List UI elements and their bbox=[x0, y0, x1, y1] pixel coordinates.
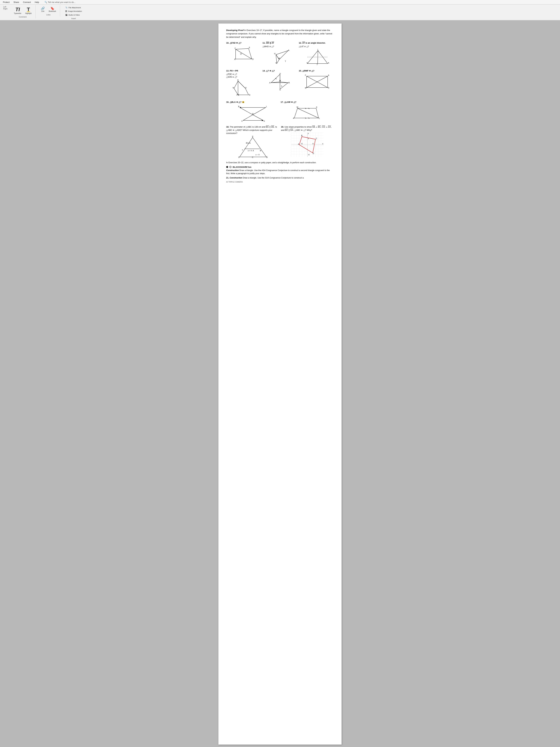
menu-help[interactable]: Help bbox=[33, 0, 41, 4]
logo2-row: AI TRIPLE CAMERA bbox=[226, 181, 334, 183]
toolbar: Left Right TI Typewriter T Highlight Com… bbox=[0, 4, 560, 20]
search-placeholder: Tell me what you want to do... bbox=[48, 1, 76, 3]
ex19-C: C bbox=[316, 137, 317, 139]
ex18-E: E bbox=[252, 136, 253, 137]
exercise-17: 17. △LAW ≅ △? W K A L bbox=[281, 101, 334, 122]
audio-video-button[interactable]: 🎬 Audio & Video bbox=[64, 13, 83, 17]
svg-line-22 bbox=[253, 107, 266, 115]
intro-paragraph: Developing Proof In Exercises 10–17, if … bbox=[226, 29, 334, 39]
ex16-figure: B L A C K bbox=[226, 104, 279, 122]
ex17-A: A bbox=[293, 117, 294, 119]
ex20-paragraph: BLACKSHARK³ion Construction Draw a trian… bbox=[226, 165, 334, 175]
file-attachment-button[interactable]: 📎 File Attachment bbox=[64, 6, 83, 9]
ex18-D: D bbox=[238, 156, 240, 158]
search-tell: 🔍 Tell me what you want to do... bbox=[45, 1, 76, 3]
exercise-14: 14. △? ≅ △? D A M R C bbox=[263, 69, 297, 97]
ex10-D: D bbox=[252, 58, 254, 60]
ex19-text: 19. Use slope properties to show AB ⊥ BC… bbox=[281, 125, 334, 132]
ex11-text: △WHO ≅ △? bbox=[263, 45, 297, 48]
link-label: Link bbox=[41, 10, 44, 12]
insert-section: 📎 File Attachment 🖼 Image Annotation 🎬 A… bbox=[63, 5, 86, 20]
ex18-C: C bbox=[252, 156, 253, 158]
exercise-18: 18. The perimeter of △ABC is 138 cm and … bbox=[226, 125, 279, 158]
ex20-text: Draw a triangle. Use the ASA Congruence … bbox=[226, 169, 330, 175]
bookmark-label: Bookmark bbox=[49, 10, 56, 12]
ex15-label: 15. △RMF ≅ △? bbox=[299, 69, 334, 73]
ex13-S: S bbox=[245, 87, 246, 89]
intro-italic: Developing Proof bbox=[226, 29, 244, 31]
document-page: Developing Proof In Exercises 10–17, if … bbox=[218, 24, 342, 745]
ex19-x-axis: x bbox=[322, 143, 323, 145]
document-container: Developing Proof In Exercises 10–17, if … bbox=[0, 20, 560, 747]
ex12-text: △LAT ≅ △? bbox=[299, 45, 334, 48]
search-icon: 🔍 bbox=[45, 1, 47, 3]
ex18-B: B bbox=[266, 156, 268, 158]
highlight-button[interactable]: T Highlight bbox=[24, 6, 33, 15]
logo-row: BLACKSHARK³ion bbox=[226, 165, 334, 169]
ex10-label: 10. △FAD ≅ △? bbox=[226, 41, 261, 45]
svg-line-29 bbox=[297, 108, 319, 118]
ex19-svg: x y 6 -6 6 -6 A B C D bbox=[291, 133, 324, 157]
ex11-A: A bbox=[288, 49, 289, 51]
ex19-6-right: 6 bbox=[313, 143, 314, 145]
ex17-label: 17. △LAW ≅ △? bbox=[281, 101, 334, 104]
comment-section-label: Comment bbox=[19, 16, 27, 18]
ex10-svg: F E A D bbox=[231, 45, 257, 61]
exercise-10: 10. △FAD ≅ △? F E A bbox=[226, 41, 261, 66]
ex21-label: Construction bbox=[230, 177, 242, 179]
ex14-M: M bbox=[279, 80, 281, 82]
ex16-label: 16. △BLA ≅ △? h bbox=[226, 101, 279, 104]
svg-line-16 bbox=[281, 85, 282, 86]
exercise-16: 16. △BLA ≅ △? h bbox=[226, 101, 279, 122]
ex18-x4: x + 4 bbox=[248, 150, 251, 152]
typewriter-button[interactable]: TI Typewriter bbox=[12, 6, 23, 15]
exercise-13: 13. PO = PR △POE ≅ △?△SON ≅ △? O N P E R bbox=[226, 69, 261, 97]
bookmark-button[interactable]: 🔖 Bookmark bbox=[48, 6, 57, 13]
image-annotation-button[interactable]: 🖼 Image Annotation bbox=[64, 9, 83, 13]
audio-video-icon: 🎬 bbox=[65, 14, 68, 16]
ex15-M: M bbox=[305, 87, 306, 89]
typewriter-label: Typewriter bbox=[14, 12, 21, 14]
image-annotation-icon: 🖼 bbox=[65, 10, 67, 12]
comment-section: TI Typewriter T Highlight Comment bbox=[12, 5, 36, 19]
ex15-F: F bbox=[305, 74, 306, 76]
link-button[interactable]: 🔗 Link bbox=[39, 6, 46, 13]
menu-connect[interactable]: Connect bbox=[21, 0, 32, 4]
ex19-6-left: -6 bbox=[301, 143, 302, 145]
exercises-row2: 13. PO = PR △POE ≅ △?△SON ≅ △? O N P E R bbox=[226, 69, 334, 97]
ex17-figure: W K A L bbox=[281, 104, 334, 122]
ex13-R: R bbox=[249, 94, 250, 96]
menu-share[interactable]: Share bbox=[12, 0, 21, 4]
ex15-figure: F A M R bbox=[299, 73, 334, 91]
footer-paragraph: In Exercises 20–22, use a compass or pat… bbox=[226, 161, 334, 164]
ex13-O: O bbox=[237, 79, 239, 81]
menu-protect[interactable]: Protect bbox=[1, 0, 11, 4]
ex19-y-axis: y bbox=[308, 133, 309, 134]
exercises-row4: 18. The perimeter of △ABC is 138 cm and … bbox=[226, 125, 334, 158]
svg-line-15 bbox=[275, 78, 276, 79]
svg-line-30 bbox=[305, 108, 306, 109]
file-attachment-icon: 📎 bbox=[65, 6, 68, 8]
highlight-label: Highlight bbox=[25, 12, 32, 14]
ex11-label: 11. OH ∥ AT bbox=[263, 41, 297, 45]
left-label: Left bbox=[3, 6, 7, 8]
ex16-L: L bbox=[266, 106, 267, 107]
ex12-label: 12. AT is an angle bisector. bbox=[299, 41, 334, 45]
ex19-figure: x y 6 -6 6 -6 A B C D bbox=[281, 133, 334, 157]
file-attachment-label: File Attachment bbox=[69, 7, 81, 8]
ex20-label: Construction bbox=[226, 169, 239, 172]
ex16-B: B bbox=[238, 106, 239, 107]
ex14-R: R bbox=[288, 82, 290, 84]
ex18-A: A bbox=[252, 150, 254, 152]
comment-tools-row: TI Typewriter T Highlight bbox=[12, 6, 33, 15]
ex21-paragraph: 21. Construction Draw a triangle. Use th… bbox=[226, 176, 334, 179]
ex12-A: A bbox=[328, 62, 329, 64]
ex19-6-bottom: -6 bbox=[308, 154, 310, 156]
links-section: 🔗 Link 🔖 Bookmark Links bbox=[39, 5, 60, 16]
exercise-12: 12. AT is an angle bisector. △LAT ≅ △? L… bbox=[299, 41, 334, 66]
ex13-N: N bbox=[233, 87, 234, 89]
image-annotation-label: Image Annotation bbox=[68, 10, 82, 12]
svg-line-11 bbox=[238, 81, 245, 88]
ex17-W: W bbox=[296, 106, 298, 108]
ex16-svg: B L A C K bbox=[237, 104, 269, 122]
